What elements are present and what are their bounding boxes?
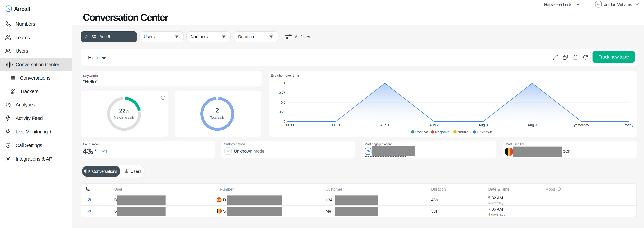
svg-text:Aug 3: Aug 3 (479, 123, 488, 127)
svg-text:Neutral: Neutral (457, 130, 469, 134)
svg-text:JW: JW (596, 3, 600, 6)
svg-text:Positive: Positive (415, 130, 428, 134)
svg-text:Negative: Negative (435, 130, 450, 134)
svg-text:Aug 4: Aug 4 (528, 123, 537, 127)
svg-text:Aug 2: Aug 2 (430, 123, 439, 127)
svg-text:Unknown: Unknown (477, 130, 492, 134)
svg-text:A: A (8, 7, 10, 10)
svg-text:0.25: 0.25 (279, 110, 286, 114)
svg-text:yesterday: yesterday (574, 123, 589, 127)
svg-text:0.5: 0.5 (281, 100, 286, 104)
svg-text:1: 1 (284, 81, 286, 85)
svg-text:Evolution over time: Evolution over time (271, 74, 299, 77)
svg-text:0: 0 (284, 120, 286, 124)
svg-text:Jul 30: Jul 30 (284, 123, 294, 127)
svg-text:today: today (625, 123, 634, 127)
svg-text:0.75: 0.75 (279, 91, 286, 94)
svg-text:Jul 31: Jul 31 (331, 123, 340, 127)
svg-text:SB: SB (366, 150, 370, 152)
svg-text:Aug 1: Aug 1 (380, 123, 390, 127)
